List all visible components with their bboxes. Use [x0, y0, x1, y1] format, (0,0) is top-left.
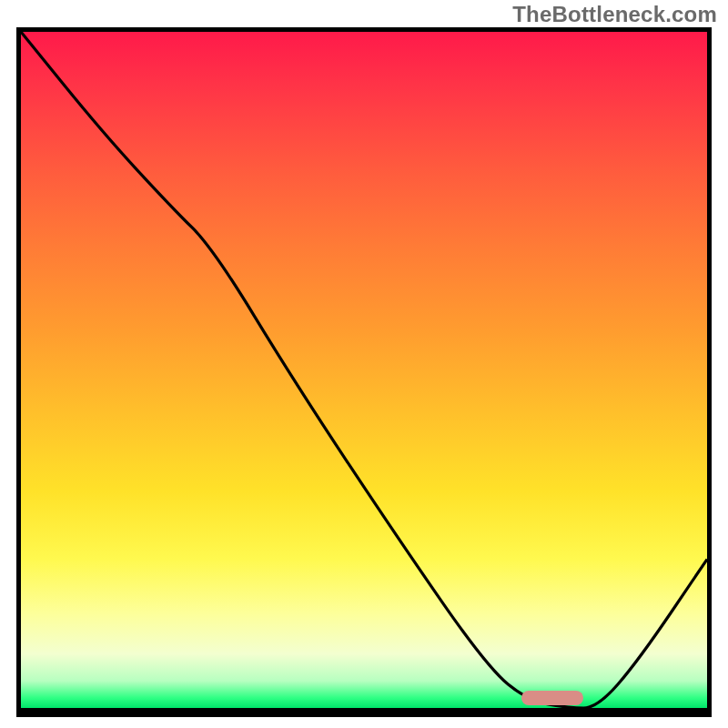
watermark-text: TheBottleneck.com — [512, 2, 717, 27]
optimal-range-marker — [521, 691, 583, 705]
chart-frame — [16, 27, 712, 717]
bottleneck-curve — [21, 32, 707, 708]
